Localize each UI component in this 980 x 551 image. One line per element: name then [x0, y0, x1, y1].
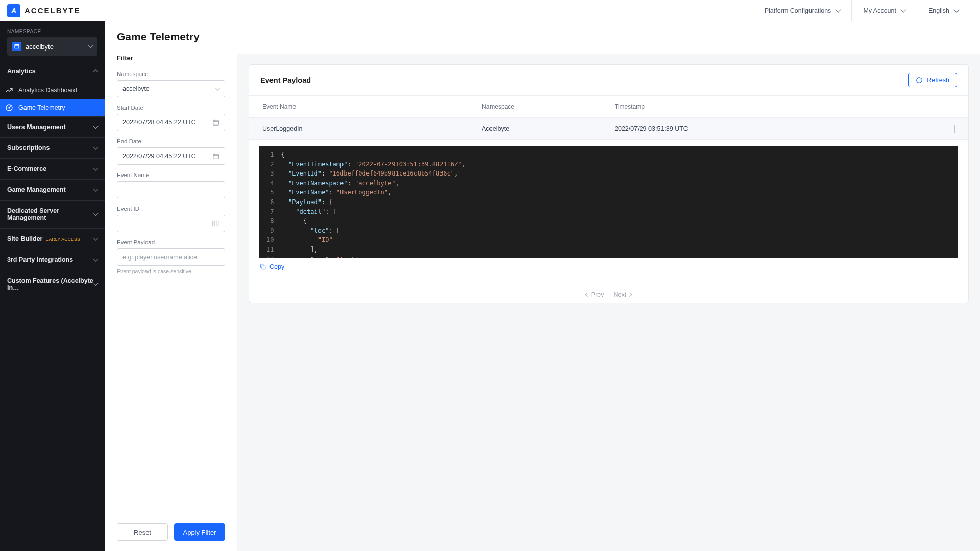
logo-badge-icon: A [7, 4, 20, 17]
namespace-label: NAMESPACE [0, 21, 105, 37]
end-date-input[interactable] [117, 147, 225, 165]
chevron-down-icon [953, 7, 959, 12]
copy-button[interactable]: Copy [259, 263, 284, 270]
event-payload-input[interactable] [117, 248, 225, 266]
menu-label: E-Commerce [7, 165, 46, 172]
svg-rect-16 [217, 221, 217, 227]
nav-platform-config[interactable]: Platform Configurations [753, 0, 852, 21]
chevron-down-icon [93, 236, 99, 241]
menu-label: Site Builder [7, 235, 42, 242]
col-namespace: Namespace [482, 103, 615, 110]
menu-header-users[interactable]: Users Management [0, 117, 105, 137]
calendar-icon [212, 153, 219, 160]
top-header: A ACCELBYTE Platform Configurations My A… [0, 0, 980, 21]
menu-header-subscriptions[interactable]: Subscriptions [0, 138, 105, 158]
chevron-down-icon [93, 166, 99, 171]
event-id-input[interactable] [117, 215, 225, 232]
filter-heading: Filter [117, 54, 225, 62]
chevron-down-icon [93, 145, 99, 150]
end-date-value[interactable] [122, 153, 208, 160]
next-button[interactable]: Next [614, 291, 632, 298]
svg-rect-18 [219, 221, 219, 227]
apply-filter-button[interactable]: Apply Filter [174, 523, 225, 541]
code-content: { "EventTimestamp": "2022-07-29T03:51:39… [279, 146, 958, 258]
event-name-label: Event Name [117, 172, 225, 178]
page-title: Game Telemetry [105, 21, 237, 54]
event-payload-field[interactable] [122, 254, 219, 261]
code-gutter: 1234567891011121314 [259, 146, 279, 258]
sidebar: NAMESPACE accelbyte Analytics Analytics … [0, 21, 105, 551]
col-event-name: Event Name [262, 103, 482, 110]
brand-text: ACCELBYTE [24, 6, 81, 15]
start-date-value[interactable] [122, 119, 208, 126]
barcode-icon[interactable] [212, 220, 219, 227]
menu-header-game-mgmt[interactable]: Game Management [0, 180, 105, 200]
start-date-input[interactable] [117, 114, 225, 131]
sidebar-item-analytics-dashboard[interactable]: Analytics Dashboard [0, 82, 105, 99]
content-area: Event Payload Refresh Event Name Namespa… [237, 54, 980, 551]
col-timestamp: Timestamp [615, 103, 943, 110]
chevron-down-icon [836, 7, 841, 12]
copy-icon [259, 263, 266, 270]
prev-button[interactable]: Prev [586, 291, 604, 298]
menu-label: Analytics [7, 68, 36, 75]
reset-button[interactable]: Reset [117, 523, 168, 541]
row-event-name: UserLoggedIn [262, 125, 482, 132]
calendar-icon [212, 119, 219, 126]
svg-rect-13 [214, 221, 214, 227]
table-header: Event Name Namespace Timestamp [249, 96, 968, 117]
namespace-select-value: accelbyte [122, 85, 150, 92]
nav-language[interactable]: English [917, 0, 970, 21]
nav-label: Platform Configurations [765, 7, 831, 14]
card-title: Event Payload [260, 76, 311, 84]
event-name-input[interactable] [117, 181, 225, 198]
svg-point-3 [9, 107, 10, 108]
chevron-down-icon [88, 43, 93, 48]
menu-header-site-builder[interactable]: Site BuilderEARLY ACCESS [0, 229, 105, 249]
chevron-down-icon [93, 257, 99, 262]
namespace-value: accelbyte [26, 43, 85, 51]
namespace-selector[interactable]: accelbyte [7, 37, 97, 56]
sidebar-item-game-telemetry[interactable]: Game Telemetry [0, 99, 105, 116]
code-block[interactable]: 1234567891011121314 { "EventTimestamp": … [259, 146, 958, 258]
refresh-icon [916, 77, 923, 84]
refresh-label: Refresh [927, 77, 949, 84]
nav-my-account[interactable]: My Account [851, 0, 917, 21]
chevron-down-icon [900, 7, 906, 12]
early-access-badge: EARLY ACCESS [45, 237, 80, 242]
logo[interactable]: A ACCELBYTE [7, 4, 81, 17]
menu-header-dedicated-server[interactable]: Dedicated Server Management [0, 201, 105, 228]
chevron-down-icon [93, 124, 99, 129]
menu-label: Game Management [7, 186, 66, 193]
menu-label: Subscriptions [7, 144, 50, 152]
namespace-select[interactable]: accelbyte [117, 80, 225, 97]
menu-label: Custom Features (Accelbyte In… [7, 277, 94, 291]
nav-label: My Account [863, 7, 896, 14]
svg-rect-12 [213, 221, 213, 227]
prev-label: Prev [591, 291, 604, 298]
svg-rect-14 [215, 221, 215, 227]
gauge-icon [5, 104, 13, 112]
chevron-up-icon [93, 70, 99, 75]
namespace-icon [12, 42, 21, 51]
menu-header-3rd-party[interactable]: 3rd Party Integrations [0, 249, 105, 270]
end-date-label: End Date [117, 138, 225, 144]
chevron-down-icon [93, 187, 99, 192]
menu-header-analytics[interactable]: Analytics [0, 61, 105, 82]
start-date-label: Start Date [117, 105, 225, 111]
menu-header-custom-features[interactable]: Custom Features (Accelbyte In… [0, 270, 105, 298]
svg-rect-4 [213, 120, 219, 125]
chevron-down-icon [215, 86, 220, 91]
menu-section-analytics: Analytics Analytics Dashboard Game Telem… [0, 61, 105, 116]
copy-label: Copy [270, 263, 284, 270]
svg-rect-8 [213, 154, 219, 159]
refresh-button[interactable]: Refresh [908, 73, 957, 87]
svg-rect-15 [216, 221, 216, 227]
table-row[interactable]: UserLoggedIn Accelbyte 2022/07/29 03:51:… [249, 117, 968, 140]
filter-panel: Game Telemetry Filter Namespace accelbyt… [105, 21, 237, 551]
row-timestamp: 2022/07/29 03:51:39 UTC [615, 125, 943, 132]
trend-icon [5, 86, 13, 94]
menu-header-ecommerce[interactable]: E-Commerce [0, 159, 105, 179]
menu-child-label: Analytics Dashboard [18, 87, 77, 94]
chevron-up-icon [954, 125, 955, 133]
